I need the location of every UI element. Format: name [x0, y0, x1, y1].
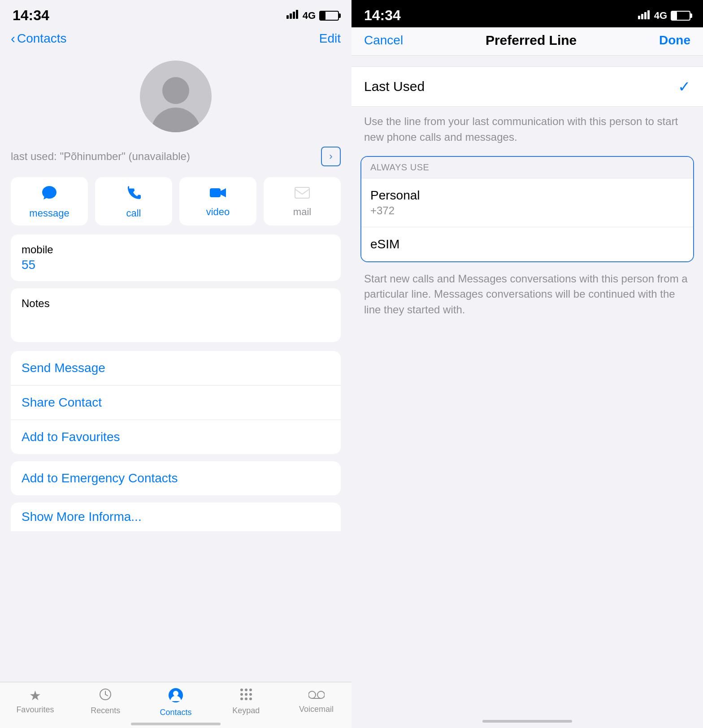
status-time-left: 14:34: [13, 7, 49, 24]
star-icon: ★: [29, 688, 41, 703]
page-title-right: Preferred Line: [486, 33, 577, 48]
last-used-row[interactable]: Last Used ✓: [352, 66, 703, 107]
done-button[interactable]: Done: [659, 33, 690, 48]
tab-keypad-label: Keypad: [232, 706, 260, 715]
notes-label: Notes: [22, 297, 330, 310]
home-indicator-right: [482, 720, 572, 723]
network-label-left: 4G: [303, 10, 316, 22]
battery-icon-right: [671, 11, 690, 21]
show-more-text: Show More Informa...: [22, 510, 142, 524]
battery-icon-left: [319, 11, 339, 21]
edit-button[interactable]: Edit: [319, 31, 341, 46]
bottom-description: Start new calls and Messages conversatio…: [352, 262, 703, 327]
back-button[interactable]: ‹ Contacts: [11, 31, 67, 46]
chevron-left-icon: ‹: [11, 31, 15, 46]
left-panel: 14:34 4G ‹ Contacts Edit: [0, 0, 352, 728]
video-button[interactable]: video: [179, 177, 256, 225]
esim-line-name: eSIM: [370, 237, 684, 251]
show-more-partial[interactable]: Show More Informa...: [11, 503, 341, 531]
tab-contacts-label: Contacts: [160, 708, 191, 717]
status-icons-right: 4G: [638, 10, 690, 22]
nav-bar-right: Cancel Preferred Line Done: [352, 27, 703, 56]
svg-point-12: [245, 689, 247, 691]
share-contact-button[interactable]: Share Contact: [11, 386, 341, 420]
personal-line-name: Personal: [370, 188, 684, 203]
clock-icon: [99, 688, 112, 704]
notes-card: Notes: [11, 288, 341, 342]
personal-line-number: +372: [370, 204, 684, 217]
svg-rect-26: [647, 10, 650, 19]
tab-favourites-label: Favourites: [16, 705, 54, 715]
svg-point-14: [240, 693, 243, 696]
mobile-value[interactable]: 55: [22, 258, 330, 272]
svg-rect-4: [210, 188, 221, 197]
svg-point-16: [249, 693, 252, 696]
actions-card: Send Message Share Contact Add to Favour…: [11, 351, 341, 454]
call-icon: [126, 185, 141, 204]
mail-button[interactable]: mail: [264, 177, 341, 225]
home-indicator-left: [131, 723, 221, 725]
svg-rect-5: [295, 187, 309, 198]
checkmark-icon: ✓: [678, 78, 690, 95]
svg-point-13: [249, 689, 252, 691]
svg-point-15: [245, 693, 247, 696]
tab-recents[interactable]: Recents: [70, 688, 141, 717]
svg-rect-1: [290, 13, 292, 19]
status-bar-right: 14:34 4G: [352, 0, 703, 27]
svg-rect-23: [638, 16, 640, 19]
tab-bar: ★ Favourites Recents Contacts: [0, 682, 352, 728]
status-bar-left: 14:34 4G: [0, 0, 352, 27]
svg-point-21: [317, 691, 325, 698]
status-icons-left: 4G: [286, 10, 339, 22]
contacts-icon: [168, 688, 183, 706]
call-label: call: [126, 208, 141, 219]
network-label-right: 4G: [654, 10, 667, 22]
last-used-description: Use the line from your last communicatio…: [352, 107, 703, 156]
add-to-favourites-button[interactable]: Add to Favourites: [11, 420, 341, 454]
message-icon: [41, 185, 57, 204]
last-used-text: last used: "Põhinumber" (unavailable): [11, 150, 190, 163]
tab-favourites[interactable]: ★ Favourites: [0, 688, 70, 717]
message-button[interactable]: message: [11, 177, 88, 225]
personal-line-row[interactable]: Personal +372: [361, 178, 693, 227]
svg-point-19: [249, 698, 252, 700]
tab-voicemail[interactable]: Voicemail: [281, 688, 352, 717]
right-panel: 14:34 4G Cancel Preferred Line Done Last…: [352, 0, 703, 728]
always-use-section: ALWAYS USE Personal +372 eSIM: [360, 156, 694, 262]
send-message-button[interactable]: Send Message: [11, 351, 341, 386]
always-use-header: ALWAYS USE: [361, 157, 693, 178]
svg-rect-2: [293, 12, 295, 19]
message-label: message: [29, 208, 69, 219]
signal-icon-right: [638, 10, 651, 21]
action-buttons-row: message call video: [0, 177, 352, 234]
voicemail-icon: [308, 688, 325, 703]
add-to-emergency-button[interactable]: Add to Emergency Contacts: [22, 471, 178, 485]
contact-avatar-section: [0, 53, 352, 143]
svg-point-10: [173, 691, 178, 696]
cancel-button[interactable]: Cancel: [364, 33, 403, 48]
tab-voicemail-label: Voicemail: [299, 705, 334, 714]
back-label: Contacts: [17, 31, 67, 46]
mail-label: mail: [293, 206, 311, 218]
avatar: [140, 61, 212, 132]
esim-line-row[interactable]: eSIM: [361, 227, 693, 261]
chevron-right-icon: ›: [329, 151, 332, 162]
mobile-info-card: mobile 55: [11, 234, 341, 281]
call-button[interactable]: call: [95, 177, 172, 225]
video-label: video: [206, 206, 230, 218]
video-icon: [209, 185, 227, 203]
keypad-icon: [239, 688, 253, 704]
tab-contacts[interactable]: Contacts: [141, 688, 211, 717]
last-used-label: Last Used: [364, 79, 425, 94]
svg-point-20: [308, 691, 316, 698]
arrow-button[interactable]: ›: [321, 147, 341, 166]
last-used-bar: last used: "Põhinumber" (unavailable) ›: [0, 143, 352, 170]
svg-rect-24: [641, 14, 643, 19]
svg-rect-3: [296, 10, 298, 19]
svg-line-8: [105, 694, 108, 696]
svg-point-17: [240, 698, 243, 700]
mail-icon: [294, 185, 310, 203]
status-time-right: 14:34: [364, 7, 401, 24]
nav-bar-left: ‹ Contacts Edit: [0, 27, 352, 53]
tab-keypad[interactable]: Keypad: [211, 688, 281, 717]
